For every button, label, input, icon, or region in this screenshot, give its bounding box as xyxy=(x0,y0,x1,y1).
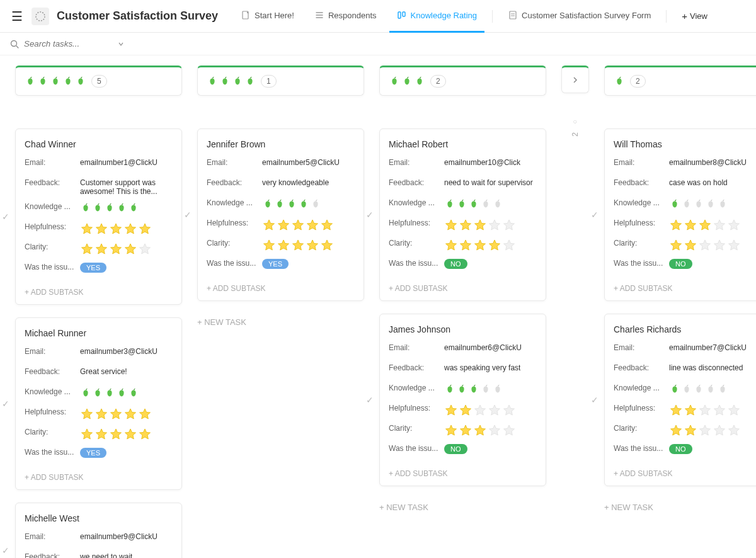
star-icon xyxy=(138,222,152,236)
knowledge-rating[interactable] xyxy=(80,202,139,214)
add-subtask-button[interactable]: + ADD SUBTASK xyxy=(389,279,537,295)
knowledge-rating[interactable] xyxy=(80,387,139,399)
field-label: Feedback: xyxy=(614,363,664,372)
field-label: Knowledge ... xyxy=(389,384,439,392)
issue-chip[interactable]: NO xyxy=(669,259,692,269)
card-title: Chad Winner xyxy=(25,139,173,149)
chevron-down-icon[interactable] xyxy=(117,40,125,48)
helpfulness-rating[interactable] xyxy=(262,219,334,232)
card-title: Michael Runner xyxy=(25,328,173,338)
knowledge-rating[interactable] xyxy=(444,384,503,395)
search-row xyxy=(0,33,756,55)
clarity-rating[interactable] xyxy=(669,239,741,253)
column-header[interactable]: 1 xyxy=(197,65,364,96)
knowledge-rating[interactable] xyxy=(669,198,728,210)
issue-chip[interactable]: YES xyxy=(80,263,106,273)
task-card[interactable]: ✓ Michelle West Email:emailnumber9@Click… xyxy=(15,503,182,558)
clarity-rating[interactable] xyxy=(669,424,741,438)
collapsed-column-header[interactable] xyxy=(561,65,589,93)
task-card[interactable]: ✓ Charles Richards Email:emailnumber7@Cl… xyxy=(604,314,756,486)
issue-chip[interactable]: NO xyxy=(669,444,692,454)
star-icon xyxy=(727,219,741,232)
card-list: ✓ Michael Robert Email:emailnumber10@Cli… xyxy=(379,128,546,516)
column-header[interactable]: 2 xyxy=(379,65,546,96)
knowledge-rating[interactable] xyxy=(262,198,321,210)
star-icon xyxy=(138,242,152,256)
plus-icon: + xyxy=(682,11,687,21)
star-icon xyxy=(109,407,123,421)
doc-icon xyxy=(241,10,251,20)
clarity-rating[interactable] xyxy=(444,239,516,253)
star-icon xyxy=(684,219,697,232)
field-label: Email: xyxy=(207,158,257,167)
add-view-button[interactable]: + View xyxy=(674,7,715,25)
apple-icon xyxy=(104,202,115,214)
space-icon[interactable] xyxy=(32,8,49,25)
task-card[interactable]: ✓ Michael Runner Email:emailnumber3@Clic… xyxy=(15,317,182,490)
apple-icon xyxy=(480,198,491,210)
task-card[interactable]: ✓ Michael Robert Email:emailnumber10@Cli… xyxy=(379,128,546,301)
star-icon xyxy=(444,219,458,232)
star-icon xyxy=(713,424,726,438)
field-label: Feedback: xyxy=(25,178,75,187)
search-wrap xyxy=(10,39,136,48)
helpfulness-rating[interactable] xyxy=(669,404,741,418)
card-title: Will Thomas xyxy=(614,139,756,149)
star-icon xyxy=(123,222,137,236)
knowledge-rating[interactable] xyxy=(669,384,728,395)
field-label: Clarity: xyxy=(614,424,664,433)
new-task-button[interactable]: + NEW TASK xyxy=(197,314,364,331)
add-subtask-button[interactable]: + ADD SUBTASK xyxy=(207,279,355,295)
column-header[interactable]: 5 xyxy=(15,65,182,96)
clarity-rating[interactable] xyxy=(80,242,152,256)
issue-chip[interactable]: YES xyxy=(80,448,106,458)
add-subtask-button[interactable]: + ADD SUBTASK xyxy=(614,279,756,295)
apple-icon xyxy=(286,198,297,210)
column-apple-rating xyxy=(25,76,86,87)
field-label: Feedback: xyxy=(614,178,664,187)
check-icon: ✓ xyxy=(2,545,9,555)
issue-chip[interactable]: NO xyxy=(444,444,467,454)
helpfulness-rating[interactable] xyxy=(669,219,741,232)
star-icon xyxy=(473,239,487,253)
helpfulness-rating[interactable] xyxy=(80,407,152,421)
search-input[interactable] xyxy=(24,39,112,48)
field-label: Knowledge ... xyxy=(614,384,664,392)
check-icon: ✓ xyxy=(2,212,9,222)
task-card[interactable]: ✓ Jennifer Brown Email:emailnumber5@Clic… xyxy=(197,128,364,301)
helpfulness-rating[interactable] xyxy=(80,222,152,236)
star-icon xyxy=(94,407,108,421)
apple-icon xyxy=(614,76,625,87)
field-label: Clarity: xyxy=(389,424,439,433)
tab-respondents[interactable]: Respondents xyxy=(307,0,384,33)
card-title: James Johnson xyxy=(389,324,537,334)
apple-icon xyxy=(693,198,704,210)
new-task-button[interactable]: + NEW TASK xyxy=(379,499,546,516)
add-subtask-button[interactable]: + ADD SUBTASK xyxy=(389,464,537,481)
star-icon xyxy=(684,424,697,438)
issue-chip[interactable]: YES xyxy=(262,259,289,269)
knowledge-rating[interactable] xyxy=(444,198,503,210)
star-icon xyxy=(488,424,501,438)
helpfulness-rating[interactable] xyxy=(444,404,516,418)
tab-start-here[interactable]: Start Here! xyxy=(233,0,302,33)
tab-knowledge-rating[interactable]: Knowledge Rating xyxy=(389,0,485,33)
feedback-value: case was on hold xyxy=(669,178,728,187)
kanban-board: 5 ✓ Chad Winner Email:emailnumber1@Click… xyxy=(0,55,756,558)
add-subtask-button[interactable]: + ADD SUBTASK xyxy=(25,283,173,299)
star-icon xyxy=(262,239,276,253)
helpfulness-rating[interactable] xyxy=(444,219,516,232)
menu-button[interactable]: ☰ xyxy=(8,7,26,26)
new-task-button[interactable]: + NEW TASK xyxy=(604,499,756,516)
add-subtask-button[interactable]: + ADD SUBTASK xyxy=(614,464,756,481)
task-card[interactable]: ✓ James Johnson Email:emailnumber6@Click… xyxy=(379,314,546,486)
add-subtask-button[interactable]: + ADD SUBTASK xyxy=(25,468,173,484)
issue-chip[interactable]: NO xyxy=(444,259,467,269)
task-card[interactable]: ✓ Chad Winner Email:emailnumber1@ClickU … xyxy=(15,128,182,305)
task-card[interactable]: ✓ Will Thomas Email:emailnumber8@ClickU … xyxy=(604,128,756,301)
clarity-rating[interactable] xyxy=(80,428,152,441)
tab-survey-form[interactable]: Customer Satisfaction Survey Form xyxy=(500,0,658,33)
column-header[interactable]: 2 xyxy=(604,65,756,96)
clarity-rating[interactable] xyxy=(444,424,516,438)
clarity-rating[interactable] xyxy=(262,239,334,253)
